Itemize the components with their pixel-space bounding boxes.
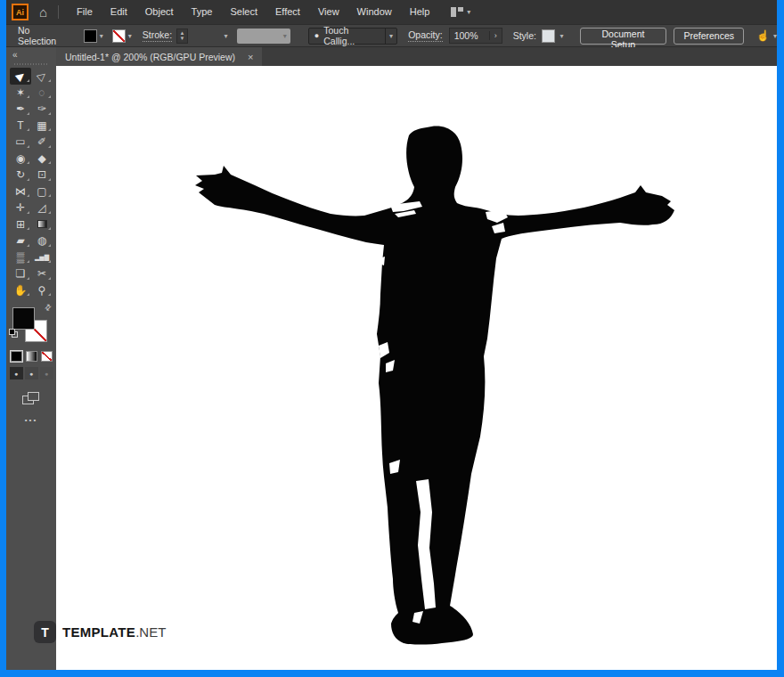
- puppet-warp-tool[interactable]: ✛: [10, 200, 31, 216]
- gradient-tool[interactable]: [31, 216, 53, 233]
- chevron-down-icon: ▾: [100, 32, 103, 40]
- magic-wand-tool[interactable]: ✶: [10, 85, 31, 102]
- hand-tool[interactable]: ✋: [10, 282, 31, 299]
- curvature-tool[interactable]: ✑: [31, 101, 53, 118]
- chevron-down-icon[interactable]: ▾: [225, 32, 228, 40]
- chevron-right-icon[interactable]: ›: [489, 31, 502, 40]
- opacity-value[interactable]: 100%: [450, 30, 489, 41]
- chevron-down-icon: ▾: [128, 32, 132, 40]
- width-tool[interactable]: ⋈: [10, 184, 31, 200]
- home-icon[interactable]: ⌂: [39, 4, 47, 20]
- eraser-tool[interactable]: ◆: [31, 151, 53, 167]
- default-fill-stroke-icon[interactable]: [9, 329, 18, 338]
- fill-stroke-widget: ⇄: [12, 306, 50, 345]
- free-transform-tool[interactable]: ▢: [31, 184, 53, 200]
- preferences-button[interactable]: Preferences: [674, 28, 744, 45]
- eyedropper-tool[interactable]: ▰: [10, 232, 31, 249]
- pen-tool[interactable]: ✒: [10, 101, 31, 118]
- scale-tool[interactable]: ⊡: [31, 167, 53, 184]
- blend-tool[interactable]: ◍: [31, 232, 53, 249]
- watermark-brand: TEMPLATE: [62, 624, 135, 640]
- menu-item-window[interactable]: Window: [348, 0, 401, 24]
- chevron-down-icon[interactable]: ▾: [560, 32, 564, 40]
- color-mode-row: [6, 351, 56, 362]
- close-icon[interactable]: ×: [248, 52, 253, 62]
- draw-normal-button[interactable]: ●: [10, 367, 23, 379]
- menu-item-type[interactable]: Type: [183, 0, 222, 24]
- tools-grid: ▶▷✶◌✒✑T▦▭✐◉◆↻⊡⋈▢✛◿⊞▰◍▒▂▅▇❏✂✋⚲: [6, 68, 56, 298]
- graphic-style-swatch[interactable]: [542, 29, 555, 43]
- watermark: T TEMPLATE.NET: [34, 621, 166, 643]
- menu-item-edit[interactable]: Edit: [102, 0, 136, 24]
- variable-width-profile-dropdown[interactable]: ▾: [237, 29, 290, 44]
- rectangular-grid-tool[interactable]: ▦: [31, 118, 53, 135]
- document-tab-title: Untitled-1* @ 200% (RGB/GPU Preview): [65, 52, 235, 62]
- paintbrush-tool[interactable]: ✐: [31, 134, 53, 151]
- menu-item-object[interactable]: Object: [136, 0, 183, 24]
- fill-swatch[interactable]: [12, 307, 35, 330]
- rotate-tool[interactable]: ↻: [10, 167, 31, 184]
- draw-inside-button[interactable]: ●: [40, 367, 53, 379]
- workspace-switcher[interactable]: ▾: [451, 7, 470, 17]
- stroke-color-swatch-none[interactable]: [112, 29, 126, 43]
- watermark-suffix: .NET: [135, 624, 166, 640]
- perspective-grid-tool[interactable]: ◿: [31, 200, 53, 216]
- menu-separator: [58, 5, 59, 19]
- illustrator-app-icon[interactable]: Ai: [12, 4, 29, 20]
- symbol-sprayer-tool[interactable]: ▒: [10, 249, 31, 266]
- gradient-button[interactable]: [26, 351, 37, 362]
- fill-color-swatch[interactable]: [84, 29, 97, 43]
- control-bar: No Selection ▾ ▾ Stroke: ▲ ▼ ▾ ▾ ● Touch…: [6, 24, 777, 47]
- man-silhouette-artwork: [190, 125, 675, 648]
- artboard-canvas[interactable]: [56, 66, 777, 670]
- brush-definition-value: Touch Callig...: [323, 25, 380, 46]
- document-tab-bar: Untitled-1* @ 200% (RGB/GPU Preview) ×: [56, 47, 777, 66]
- stroke-weight-value[interactable]: [190, 29, 225, 44]
- opacity-label[interactable]: Opacity:: [408, 29, 443, 42]
- drawing-modes: ● ● ●: [6, 367, 56, 379]
- fill-color-dropdown[interactable]: ▾: [84, 29, 103, 43]
- menu-item-effect[interactable]: Effect: [266, 0, 309, 24]
- selection-status: No Selection: [18, 25, 69, 46]
- opacity-field[interactable]: 100% ›: [449, 28, 502, 44]
- slice-tool[interactable]: ✂: [31, 265, 53, 282]
- menu-item-help[interactable]: Help: [401, 0, 439, 24]
- chevron-down-icon: ▾: [389, 32, 393, 40]
- brush-preview-dot: ●: [314, 31, 319, 40]
- collapse-panel-icon[interactable]: «: [6, 47, 56, 60]
- direct-selection-tool[interactable]: ▷: [31, 68, 53, 85]
- document-tab[interactable]: Untitled-1* @ 200% (RGB/GPU Preview) ×: [56, 47, 262, 66]
- color-button[interactable]: [11, 351, 22, 362]
- menu-item-file[interactable]: File: [68, 0, 102, 24]
- brush-definition-dropdown[interactable]: ● Touch Callig... ▾: [308, 28, 397, 45]
- template-net-logo: T: [34, 621, 56, 643]
- panel-drag-handle[interactable]: [14, 63, 48, 65]
- document-setup-button[interactable]: Document Setup: [580, 28, 667, 45]
- selection-tool[interactable]: ▶: [10, 68, 31, 85]
- stroke-label[interactable]: Stroke:: [143, 29, 172, 42]
- draw-behind-button[interactable]: ●: [25, 367, 38, 379]
- shape-builder-tool[interactable]: ◉: [10, 151, 31, 167]
- menu-item-view[interactable]: View: [309, 0, 348, 24]
- stroke-color-dropdown[interactable]: ▾: [112, 29, 132, 43]
- rectangle-tool[interactable]: ▭: [10, 134, 31, 151]
- toolbar-panel: « ▶▷✶◌✒✑T▦▭✐◉◆↻⊡⋈▢✛◿⊞▰◍▒▂▅▇❏✂✋⚲ ⇄ ● ● ● …: [6, 47, 56, 670]
- change-screen-mode-icon[interactable]: [22, 392, 40, 405]
- edit-toolbar-ellipsis[interactable]: •••: [6, 416, 56, 424]
- touch-workspace-icon: ☝: [756, 29, 770, 42]
- chevron-down-icon: ▾: [467, 8, 470, 16]
- chevron-down-icon: ▾: [283, 32, 287, 40]
- chevron-down-icon: ▾: [773, 32, 777, 40]
- column-graph-tool[interactable]: ▂▅▇: [31, 249, 53, 266]
- stroke-weight-stepper[interactable]: ▲ ▼: [176, 29, 188, 44]
- touch-workspace-toggle[interactable]: ☝ ▾: [756, 29, 777, 42]
- zoom-tool[interactable]: ⚲: [31, 282, 53, 299]
- none-button[interactable]: [41, 351, 53, 362]
- menu-item-select[interactable]: Select: [221, 0, 266, 24]
- artboard-tool[interactable]: ❏: [10, 265, 31, 282]
- stepper-down-icon[interactable]: ▼: [179, 36, 184, 41]
- type-tool[interactable]: T: [10, 118, 31, 135]
- swap-fill-stroke-icon[interactable]: ⇄: [43, 302, 53, 313]
- mesh-tool[interactable]: ⊞: [10, 216, 31, 233]
- lasso-tool[interactable]: ◌: [31, 85, 53, 102]
